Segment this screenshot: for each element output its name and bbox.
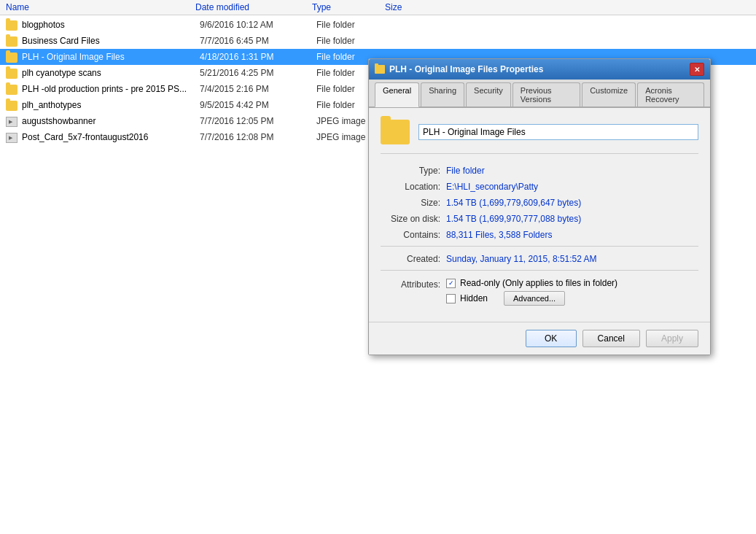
folder-icon (6, 69, 17, 79)
file-row[interactable]: blogphotos9/6/2016 10:12 AMFile folder (0, 17, 756, 33)
attributes-label: Attributes: (381, 278, 446, 290)
dialog-content: Type: File folder Location: E:\HLI_secon… (369, 108, 710, 322)
image-icon (6, 133, 17, 143)
apply-button[interactable]: Apply (646, 330, 698, 347)
file-name: plh cyanotype scans (22, 68, 200, 78)
file-name: augustshowbanner (22, 116, 200, 126)
file-date: 5/21/2016 4:25 PM (200, 68, 316, 78)
location-value: E:\HLI_secondary\Patty (446, 182, 538, 192)
large-folder-icon (381, 120, 410, 144)
created-value: Sunday, January 11, 2015, 8:51:52 AM (446, 254, 597, 264)
tab-sharing[interactable]: Sharing (421, 82, 464, 107)
file-name: PLH - Original Image Files (22, 52, 200, 62)
file-date: 7/7/2016 12:05 PM (200, 116, 316, 126)
size-label: Size: (381, 198, 446, 208)
folder-icon (6, 36, 17, 47)
readonly-checkbox[interactable] (446, 279, 456, 288)
file-name: Business Card Files (22, 36, 200, 46)
divider-1 (381, 246, 698, 247)
file-name: blogphotos (22, 20, 200, 30)
contains-label: Contains: (381, 230, 446, 240)
dialog-title-folder-icon (375, 65, 385, 74)
ok-button[interactable]: OK (526, 330, 577, 347)
folder-name-input[interactable] (418, 124, 698, 140)
attributes-row: Attributes: Read-only (Only applies to f… (381, 278, 698, 306)
tab-customize[interactable]: Customize (582, 82, 636, 107)
cancel-button[interactable]: Cancel (582, 330, 640, 347)
file-type: File folder (316, 20, 389, 30)
type-label: Type: (381, 166, 446, 176)
file-name: PLH -old production prints - pre 2015 PS… (22, 84, 200, 94)
contains-value: 88,311 Files, 3,588 Folders (446, 230, 552, 240)
folder-icon (6, 85, 17, 95)
tab-general[interactable]: General (375, 82, 419, 107)
folder-icon (6, 101, 17, 111)
location-row: Location: E:\HLI_secondary\Patty (381, 182, 698, 192)
readonly-row: Read-only (Only applies to files in fold… (446, 278, 617, 288)
size-disk-label: Size on disk: (381, 214, 446, 224)
dialog-title: PLH - Original Image Files Properties (375, 64, 543, 74)
file-date: 7/7/2016 12:08 PM (200, 132, 316, 142)
dialog-footer: OK Cancel Apply (369, 322, 710, 355)
image-icon (6, 117, 17, 127)
file-row[interactable]: Business Card Files7/7/2016 6:45 PMFile … (0, 33, 756, 49)
readonly-label: Read-only (Only applies to files in fold… (460, 278, 617, 288)
folder-header (381, 120, 698, 154)
dialog-controls: ✕ (690, 63, 704, 76)
size-disk-row: Size on disk: 1.54 TB (1,699,970,777,088… (381, 214, 698, 224)
folder-icon (6, 53, 17, 63)
tab-security[interactable]: Security (466, 82, 511, 107)
tab-previous-versions[interactable]: Previous Versions (513, 82, 580, 107)
properties-dialog: PLH - Original Image Files Properties ✕ … (368, 58, 711, 355)
hidden-checkbox[interactable] (446, 294, 456, 303)
col-date-header[interactable]: Date modified (195, 2, 312, 12)
size-row: Size: 1.54 TB (1,699,779,609,647 bytes) (381, 198, 698, 208)
location-label: Location: (381, 182, 446, 192)
dialog-title-text: PLH - Original Image Files Properties (389, 64, 543, 74)
file-date: 9/5/2015 4:42 PM (200, 100, 316, 110)
type-row: Type: File folder (381, 166, 698, 176)
tab-acronis[interactable]: Acronis Recovery (637, 82, 704, 107)
advanced-button[interactable]: Advanced... (504, 291, 565, 306)
file-type: File folder (316, 36, 389, 46)
col-name-header[interactable]: Name (6, 2, 195, 12)
file-date: 9/6/2016 10:12 AM (200, 20, 316, 30)
file-date: 7/4/2015 2:16 PM (200, 84, 316, 94)
hidden-label: Hidden (460, 293, 488, 303)
created-label: Created: (381, 254, 446, 264)
column-headers: Name Date modified Type Size (0, 0, 756, 15)
file-date: 7/7/2016 6:45 PM (200, 36, 316, 46)
dialog-titlebar: PLH - Original Image Files Properties ✕ (369, 59, 710, 80)
hidden-row: Hidden Advanced... (446, 291, 617, 306)
col-type-header[interactable]: Type (312, 2, 385, 12)
attributes-checkboxes: Read-only (Only applies to files in fold… (446, 278, 617, 306)
tabs-container: General Sharing Security Previous Versio… (369, 80, 710, 108)
file-name: Post_Card_5x7-frontaugust2016 (22, 132, 200, 142)
col-size-header[interactable]: Size (385, 2, 443, 12)
folder-icon (6, 20, 17, 31)
created-row: Created: Sunday, January 11, 2015, 8:51:… (381, 254, 698, 264)
file-name: plh_anthotypes (22, 100, 200, 110)
contains-row: Contains: 88,311 Files, 3,588 Folders (381, 230, 698, 240)
size-disk-value: 1.54 TB (1,699,970,777,088 bytes) (446, 214, 581, 224)
type-value: File folder (446, 166, 485, 176)
file-date: 4/18/2016 1:31 PM (200, 52, 316, 62)
dialog-close-button[interactable]: ✕ (690, 63, 704, 76)
size-value: 1.54 TB (1,699,779,609,647 bytes) (446, 198, 581, 208)
divider-2 (381, 270, 698, 271)
